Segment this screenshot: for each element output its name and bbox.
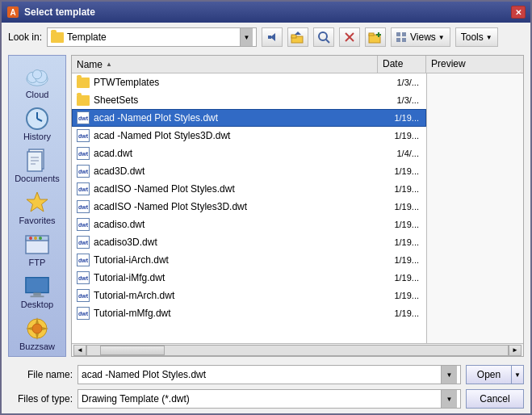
file-date-text: 1/19... (375, 202, 422, 212)
svg-rect-39 (31, 296, 44, 297)
svg-point-34 (29, 237, 32, 240)
cancel-button[interactable]: Cancel (466, 389, 524, 409)
new-folder-icon (368, 31, 383, 44)
file-name-value: acad -Named Plot Styles.dwt (82, 369, 441, 380)
delete-button[interactable] (339, 27, 360, 47)
file-name-text: Tutorial-mMfg.dwt (94, 308, 375, 319)
file-name-text: Tutorial-iArch.dwt (94, 254, 375, 266)
svg-marker-31 (27, 192, 48, 212)
dwt-file-icon: dwt (76, 236, 90, 249)
file-date-text: 1/4/... (375, 149, 422, 158)
desktop-icon (24, 275, 50, 298)
scroll-thumb[interactable] (100, 346, 165, 355)
file-date-text: 1/19... (375, 237, 422, 247)
up-folder-button[interactable] (287, 27, 308, 47)
dwt-file-icon: dwt (76, 165, 90, 178)
file-list-item[interactable]: PTWTemplates1/3/... (72, 73, 426, 91)
select-template-dialog: A Select template ✕ Look in: Template ▼ (0, 0, 532, 415)
dialog-icon: A (6, 6, 19, 19)
scroll-track[interactable] (86, 345, 509, 356)
file-list-item[interactable]: dwtTutorial-mArch.dwt1/19... (72, 287, 426, 304)
file-list-item[interactable]: dwtacad.dwt1/4/... (72, 145, 426, 162)
tools-button[interactable]: Tools ▼ (455, 27, 498, 47)
svg-point-22 (32, 70, 41, 79)
preview-area (426, 73, 523, 343)
sidebar-item-desktop[interactable]: Desktop (11, 272, 63, 312)
horizontal-scrollbar[interactable]: ◄ ► (72, 343, 523, 356)
file-name-dropdown-arrow[interactable]: ▼ (441, 366, 457, 384)
file-list[interactable]: PTWTemplates1/3/...SheetSets1/3/...dwtac… (72, 73, 426, 343)
open-label: Open (477, 369, 501, 380)
sidebar-buzzsaw-label: Buzzsaw (19, 342, 55, 351)
file-list-item[interactable]: dwtacadISO -Named Plot Styles3D.dwt1/19.… (72, 198, 426, 216)
documents-icon (24, 149, 50, 172)
file-list-item[interactable]: dwtTutorial-mMfg.dwt1/19... (72, 304, 426, 322)
col-date-header[interactable]: Date (378, 56, 426, 73)
file-list-item[interactable]: dwtacadiso3D.dwt1/19... (72, 233, 426, 251)
file-date-text: 1/19... (375, 255, 422, 265)
file-list-item[interactable]: dwtacad -Named Plot Styles3D.dwt1/19... (72, 127, 426, 145)
sidebar-item-favorites[interactable]: Favorites (11, 188, 63, 228)
file-list-item[interactable]: SheetSets1/3/... (72, 91, 426, 109)
content-area: Name ▲ Date Preview PTWTemplates1/3/...S… (71, 55, 524, 357)
scroll-left-button[interactable]: ◄ (73, 345, 86, 356)
file-name-combo[interactable]: acad -Named Plot Styles.dwt ▼ (77, 365, 461, 384)
col-name-label: Name (77, 59, 103, 70)
dwt-file-icon: dwt (76, 147, 90, 160)
sidebar-item-ftp[interactable]: FTP (11, 230, 63, 270)
file-list-item[interactable]: dwtacad -Named Plot Styles.dwt1/19... (72, 109, 426, 127)
svg-point-7 (319, 32, 327, 40)
sidebar-item-buzzsaw[interactable]: Buzzsaw (11, 314, 63, 354)
look-in-dropdown-arrow[interactable]: ▼ (240, 28, 253, 46)
file-list-item[interactable]: dwtTutorial-iArch.dwt1/19... (72, 251, 426, 269)
file-list-item[interactable]: dwtacad3D.dwt1/19... (72, 162, 426, 180)
col-name-header[interactable]: Name ▲ (72, 56, 378, 73)
views-icon (396, 32, 408, 42)
svg-rect-16 (402, 32, 406, 36)
file-type-combo[interactable]: Drawing Template (*.dwt) ▼ (77, 389, 461, 409)
folder-icon (76, 76, 90, 89)
sidebar: Cloud History (8, 55, 66, 357)
title-bar-left: A Select template (6, 6, 95, 19)
sidebar-documents-label: Documents (15, 174, 60, 183)
new-folder-button[interactable] (365, 27, 386, 47)
dwt-file-icon: dwt (76, 271, 90, 284)
svg-rect-17 (396, 38, 400, 42)
search-button[interactable] (313, 27, 334, 47)
bottom-area: File name: acad -Named Plot Styles.dwt ▼… (2, 360, 530, 413)
file-list-item[interactable]: dwtacadISO -Named Plot Styles.dwt1/19... (72, 180, 426, 198)
look-in-value: Template (67, 31, 237, 43)
back-button[interactable] (262, 27, 283, 47)
views-label: Views (410, 31, 436, 43)
back-icon (266, 31, 279, 43)
file-type-dropdown-arrow[interactable]: ▼ (441, 390, 457, 408)
open-split-arrow[interactable]: ▼ (511, 365, 524, 384)
folder-icon (76, 94, 90, 107)
sidebar-item-documents[interactable]: Documents (11, 146, 63, 187)
tools-label: Tools (461, 31, 484, 43)
file-list-item[interactable]: dwtTutorial-iMfg.dwt1/19... (72, 269, 426, 287)
views-button[interactable]: Views ▼ (391, 27, 450, 47)
file-name-text: acadiso.dwt (94, 219, 375, 230)
scroll-right-button[interactable]: ► (509, 345, 522, 356)
file-name-row: File name: acad -Named Plot Styles.dwt ▼… (8, 365, 524, 384)
file-date-text: 1/19... (375, 166, 422, 176)
svg-rect-38 (33, 293, 40, 296)
file-name-text: acad.dwt (94, 148, 375, 159)
dialog-title: Select template (24, 6, 95, 18)
file-date-text: 1/19... (375, 184, 422, 194)
ftp-icon (24, 233, 50, 256)
title-bar: A Select template ✕ (2, 2, 530, 23)
col-date-label: Date (383, 58, 403, 69)
look-in-combo[interactable]: Template ▼ (47, 27, 257, 47)
favorites-icon (24, 191, 50, 214)
file-name-text: acadiso3D.dwt (94, 237, 375, 248)
sidebar-item-cloud[interactable]: Cloud (11, 62, 63, 103)
sidebar-history-label: History (23, 132, 51, 141)
open-button[interactable]: Open (466, 365, 511, 384)
file-name-text: acadISO -Named Plot Styles3D.dwt (94, 201, 375, 212)
toolbar: Look in: Template ▼ (2, 23, 530, 52)
sidebar-item-history[interactable]: History (11, 104, 63, 145)
file-list-item[interactable]: dwtacadiso.dwt1/19... (72, 216, 426, 233)
close-button[interactable]: ✕ (511, 6, 526, 19)
